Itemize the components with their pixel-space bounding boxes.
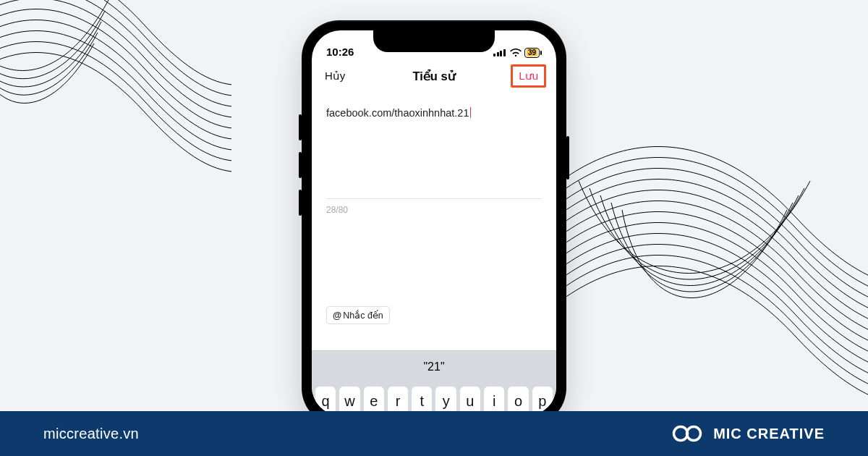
status-time: 10:26 <box>326 46 354 58</box>
svg-point-1 <box>687 427 701 441</box>
status-bar: 10:26 39 <box>312 30 556 59</box>
save-button[interactable]: Lưu <box>511 64 546 88</box>
page-title: Tiểu sử <box>412 69 455 83</box>
footer-domain: miccreative.vn <box>43 426 139 442</box>
mention-label: Nhắc đến <box>343 311 383 321</box>
keyboard-suggestion-bar[interactable]: "21" <box>312 350 556 382</box>
at-icon: @ <box>333 311 341 321</box>
keyboard-suggestion[interactable]: "21" <box>423 360 444 373</box>
brand-name: MIC CREATIVE <box>713 426 825 442</box>
footer-brand: MIC CREATIVE <box>671 423 825 444</box>
bio-value: facebook.com/thaoxinhnhat.21 <box>326 107 469 119</box>
battery-indicator: 39 <box>524 48 542 58</box>
phone-frame: 10:26 39 Hủy Tiểu sử Lưu facebook.com/th… <box>302 20 566 426</box>
content-area: facebook.com/thaoxinhnhat.21 28/80 @Nhắc… <box>312 96 556 415</box>
decor-lines-bottom-right <box>550 116 868 405</box>
wifi-icon <box>510 48 522 57</box>
text-caret <box>470 107 471 118</box>
char-counter: 28/80 <box>326 205 542 215</box>
svg-point-0 <box>674 427 688 441</box>
footer-bar: miccreative.vn MIC CREATIVE <box>0 411 868 456</box>
mention-button[interactable]: @Nhắc đến <box>326 306 390 324</box>
brand-logo-icon <box>671 423 703 444</box>
cellular-icon <box>493 49 506 56</box>
cancel-button[interactable]: Hủy <box>325 69 345 83</box>
bio-textarea[interactable]: facebook.com/thaoxinhnhat.21 <box>326 104 542 199</box>
nav-bar: Hủy Tiểu sử Lưu <box>312 61 556 91</box>
decor-lines-top-left <box>0 0 231 203</box>
battery-level: 39 <box>527 48 537 56</box>
page-canvas: 10:26 39 Hủy Tiểu sử Lưu facebook.com/th… <box>0 0 868 456</box>
phone-screen: 10:26 39 Hủy Tiểu sử Lưu facebook.com/th… <box>312 30 556 415</box>
